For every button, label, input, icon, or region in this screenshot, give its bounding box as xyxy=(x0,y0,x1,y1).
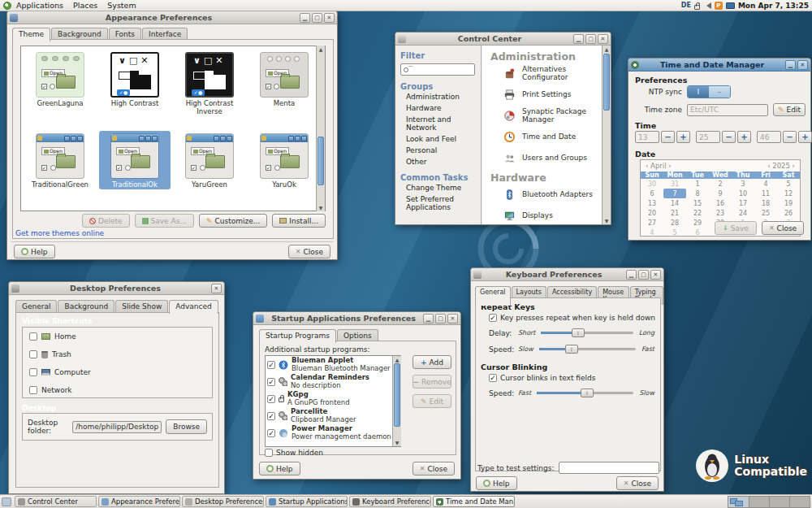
calendar-day[interactable]: 1 xyxy=(686,179,709,189)
group-administration[interactable]: Administration xyxy=(400,91,476,102)
desktop-prefs-titlebar[interactable]: Desktop Preferences ✕ xyxy=(9,282,224,295)
taskbar-appearance[interactable]: Appearance Preferen... xyxy=(98,496,180,507)
item-print-settings[interactable]: Print Settings xyxy=(490,84,602,105)
control-center-scrollbar[interactable]: ▲ ▼ xyxy=(602,46,611,224)
save-as-button[interactable]: Save As... xyxy=(135,214,194,228)
tab-advanced[interactable]: Advanced xyxy=(169,300,218,314)
taskbar-keyboard-preferences[interactable]: Keyboard Preferences xyxy=(349,496,431,507)
theme-high-contrast[interactable]: ∨□✕ ✓● High Contrast xyxy=(99,50,171,108)
control-center-titlebar[interactable]: Control Center ▁ ▢ ✕ xyxy=(395,33,611,46)
maximize-button[interactable]: ▢ xyxy=(312,13,322,23)
calendar-day[interactable]: 5 xyxy=(777,179,800,189)
minutes-minus-button[interactable]: − xyxy=(722,131,736,143)
workspace-2[interactable] xyxy=(749,497,769,507)
menu-places[interactable]: Places xyxy=(68,1,102,10)
lock-keys-icon[interactable] xyxy=(694,5,700,10)
close-button[interactable]: ✕ xyxy=(598,34,608,44)
seconds-minus-button[interactable]: − xyxy=(783,131,797,143)
calendar-day[interactable]: 4 xyxy=(641,228,663,237)
get-more-themes-link[interactable]: Get more themes online xyxy=(15,229,104,237)
close-button[interactable]: ✕ xyxy=(650,270,661,280)
theme-list-scrollbar[interactable]: ▲ ▼ xyxy=(316,46,325,211)
appearance-close-button[interactable]: ✕Close xyxy=(288,245,330,258)
show-desktop-icon[interactable] xyxy=(2,497,11,506)
month-nav[interactable]: ‹ April › xyxy=(646,162,672,170)
item-users-and-groups[interactable]: Users and Groups xyxy=(490,147,602,168)
cursor-speed-slider[interactable] xyxy=(537,389,633,397)
theme-menta[interactable]: Open ✓ Menta xyxy=(248,50,320,108)
kgpg-checkbox[interactable]: ✓ xyxy=(267,395,275,403)
close-button[interactable]: ✕ xyxy=(211,284,222,293)
hours-minus-button[interactable]: − xyxy=(661,131,675,143)
time-date-save-button[interactable]: ↓Save xyxy=(715,221,757,235)
maximize-button[interactable]: ▢ xyxy=(435,314,446,323)
add-button[interactable]: +Add xyxy=(412,355,451,369)
maximize-button[interactable]: ▢ xyxy=(638,270,649,280)
startup-item-calendar-reminders[interactable]: ✓ Calendar RemindersNo description xyxy=(266,373,400,390)
edit-button[interactable]: ✎Edit xyxy=(412,394,451,408)
cursor-blinks-checkbox[interactable]: ✓ xyxy=(489,374,497,382)
calendar-day[interactable]: 22 xyxy=(686,208,709,218)
workspace-4[interactable] xyxy=(789,497,810,507)
workspace-1[interactable] xyxy=(728,497,749,507)
keyboard-titlebar[interactable]: Keyboard Preferences ▁ ▢ ✕ xyxy=(471,268,663,281)
ntp-sync-toggle[interactable]: I – xyxy=(687,85,731,98)
item-displays[interactable]: Displays xyxy=(490,205,602,224)
tab-general[interactable]: General xyxy=(15,300,57,313)
calendar-day[interactable]: 30 xyxy=(641,179,663,189)
delay-slider[interactable] xyxy=(541,328,633,337)
calendar-day[interactable]: 8 xyxy=(686,189,709,198)
calendar-day[interactable]: 26 xyxy=(777,208,800,218)
network-icon[interactable] xyxy=(726,2,735,9)
volume-icon[interactable] xyxy=(703,2,711,9)
minimize-button[interactable]: ▁ xyxy=(300,13,310,23)
panel-clock[interactable]: Mon Apr 7, 13:25 xyxy=(738,2,809,10)
minutes-value[interactable]: 25 xyxy=(696,131,720,143)
startup-close-button[interactable]: ✕Close xyxy=(412,462,455,475)
browse-button[interactable]: Browse xyxy=(166,419,207,434)
taskbar-time-date-manager[interactable]: Time and Date Manager xyxy=(433,496,515,507)
calendar-day[interactable]: 11 xyxy=(754,189,777,198)
install-button[interactable]: Install... xyxy=(272,214,326,228)
theme-high-contrast-inverse[interactable]: ∨□✕ ✓● High Contrast Inverse xyxy=(174,50,245,116)
taskbar-control-center[interactable]: Control Center xyxy=(15,496,97,507)
power-checkbox[interactable]: ✓ xyxy=(267,429,275,437)
seconds-value[interactable]: 46 xyxy=(757,131,781,143)
taskbar-desktop-preferences[interactable]: Desktop Preferences xyxy=(182,496,264,507)
calendar-day[interactable]: 6 xyxy=(686,228,709,237)
calendar-day[interactable]: 25 xyxy=(754,208,777,218)
keyboard-layout-indicator[interactable]: DE xyxy=(681,2,691,9)
close-button[interactable]: ✕ xyxy=(447,314,458,323)
calendar-day[interactable]: 9 xyxy=(709,189,732,198)
minimize-button[interactable]: ▁ xyxy=(785,60,796,70)
close-button[interactable]: ✕ xyxy=(797,60,808,70)
hours-plus-button[interactable]: + xyxy=(676,131,690,143)
tab-background[interactable]: Background xyxy=(58,300,114,313)
group-internet[interactable]: Internet and Network xyxy=(400,114,476,133)
startup-item-power-manager[interactable]: ✓ Power ManagerPower management daemon xyxy=(266,424,400,441)
desktop-folder-input[interactable]: /home/philipp/Desktop xyxy=(72,421,162,433)
calendar-day[interactable]: 29 xyxy=(686,218,709,228)
workspace-switcher[interactable] xyxy=(728,496,810,508)
calendar-day[interactable]: 14 xyxy=(663,198,686,208)
task-change-theme[interactable]: Change Theme xyxy=(400,182,476,193)
tab-slide-show[interactable]: Slide Show xyxy=(115,300,168,313)
theme-yarugreen[interactable]: Open ✓ YaruGreen xyxy=(174,131,245,189)
calendar-day[interactable]: 5 xyxy=(663,228,686,237)
keyboard-help-button[interactable]: Help xyxy=(476,476,517,490)
trash-checkbox[interactable] xyxy=(29,350,37,358)
calendar-day[interactable]: 4 xyxy=(754,179,777,189)
repeat-keys-checkbox[interactable]: ✓ xyxy=(489,314,497,322)
menu-system[interactable]: System xyxy=(102,1,140,10)
theme-yaruok[interactable]: Open ✓ YaruOk xyxy=(248,131,320,189)
startup-titlebar[interactable]: Startup Applications Preferences ▁ ▢ ✕ xyxy=(253,312,460,325)
menu-applications[interactable]: Applications xyxy=(11,1,68,10)
customize-button[interactable]: ✎Customize... xyxy=(199,214,267,228)
group-hardware[interactable]: Hardware xyxy=(400,102,476,114)
time-date-close-button[interactable]: ✕Close xyxy=(762,221,804,235)
show-hidden-checkbox[interactable] xyxy=(265,449,273,457)
calendar-day[interactable]: 3 xyxy=(732,179,754,189)
calendar-day[interactable]: 31 xyxy=(663,179,686,189)
calendar-day[interactable]: 24 xyxy=(732,208,754,218)
calendar-day[interactable]: 2 xyxy=(709,179,732,189)
